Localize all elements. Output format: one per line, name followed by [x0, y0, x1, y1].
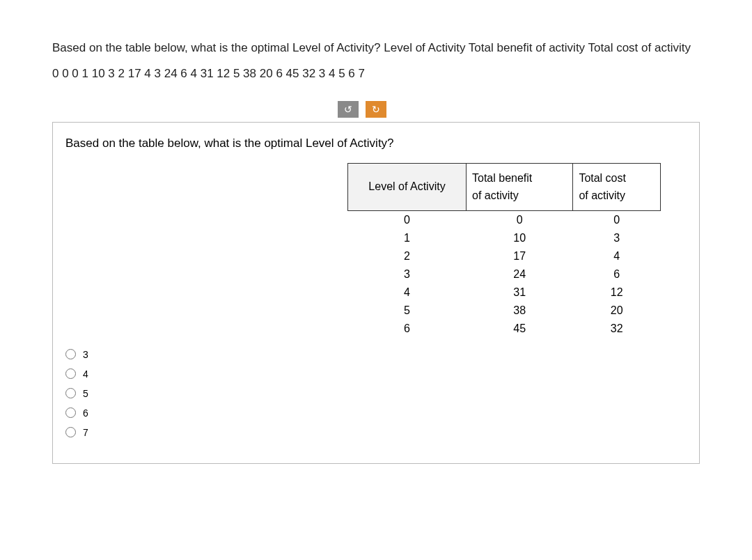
option-row[interactable]: 3: [65, 345, 687, 364]
data-table: Level of Activity Total benefit of activ…: [347, 163, 661, 338]
option-row[interactable]: 4: [65, 364, 687, 384]
option-radio[interactable]: [65, 427, 76, 437]
cell-level: 6: [348, 320, 467, 338]
cell-benefit: 38: [467, 302, 573, 320]
option-label: 5: [83, 388, 88, 399]
cell-level: 4: [348, 283, 467, 302]
redo-button[interactable]: ↻: [366, 101, 386, 118]
table-row: 3246: [348, 265, 661, 283]
option-radio[interactable]: [65, 407, 76, 418]
cell-benefit: 17: [467, 247, 573, 265]
option-radio[interactable]: [65, 349, 76, 359]
table-row: 2174: [348, 247, 661, 265]
option-row[interactable]: 5: [65, 384, 687, 403]
cell-benefit: 45: [467, 320, 573, 338]
header-cost: Total cost of activity: [573, 163, 661, 210]
cell-benefit: 10: [467, 229, 573, 247]
question-title: Based on the table below, what is the op…: [65, 137, 687, 150]
toolbar: ↺ ↻: [24, 101, 700, 118]
table-body: 000110321743246431125382064532: [348, 210, 661, 338]
table-row: 43112: [348, 283, 661, 302]
answer-options: 34567: [65, 345, 687, 442]
cell-level: 5: [348, 302, 467, 320]
table-row: 000: [348, 210, 661, 229]
header-level: Level of Activity: [348, 163, 467, 210]
cell-benefit: 31: [467, 283, 573, 302]
cell-benefit: 24: [467, 265, 573, 283]
cell-level: 3: [348, 265, 467, 283]
data-table-wrap: Level of Activity Total benefit of activ…: [347, 163, 661, 338]
cell-cost: 20: [573, 302, 661, 320]
cell-cost: 32: [573, 320, 661, 338]
cell-benefit: 0: [467, 210, 573, 229]
undo-icon: ↺: [344, 104, 352, 115]
cell-cost: 0: [573, 210, 661, 229]
header-benefit: Total benefit of activity: [467, 163, 573, 210]
cell-level: 1: [348, 229, 467, 247]
option-radio[interactable]: [65, 388, 76, 398]
intro-paragraph: Based on the table below, what is the op…: [52, 35, 700, 87]
option-row[interactable]: 7: [65, 423, 687, 442]
option-row[interactable]: 6: [65, 403, 687, 423]
option-radio[interactable]: [65, 368, 76, 379]
cell-cost: 4: [573, 247, 661, 265]
cell-cost: 12: [573, 283, 661, 302]
redo-icon: ↻: [372, 104, 380, 115]
table-row: 53820: [348, 302, 661, 320]
option-label: 6: [83, 407, 88, 419]
cell-cost: 6: [573, 265, 661, 283]
option-label: 3: [83, 349, 88, 360]
option-label: 7: [83, 427, 88, 438]
table-row: 1103: [348, 229, 661, 247]
undo-button[interactable]: ↺: [338, 101, 359, 118]
cell-cost: 3: [573, 229, 661, 247]
cell-level: 0: [348, 210, 467, 229]
cell-level: 2: [348, 247, 467, 265]
table-row: 64532: [348, 320, 661, 338]
question-box: Based on the table below, what is the op…: [52, 122, 700, 464]
option-label: 4: [83, 368, 88, 380]
